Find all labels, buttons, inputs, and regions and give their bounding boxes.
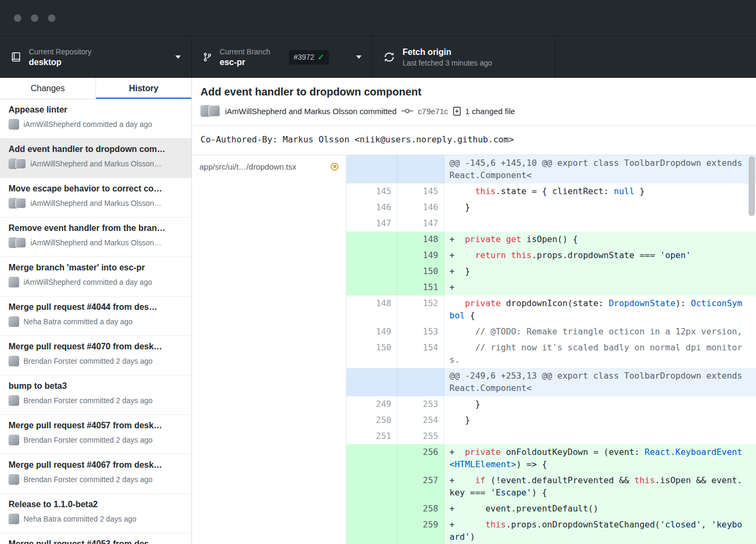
commit-list-item[interactable]: bump to beta3Brendan Forster committed 2… [0, 375, 191, 415]
commit-list-item[interactable]: Merge pull request #4053 from des… [0, 533, 191, 544]
diff-old-line-number: 148 [347, 295, 397, 324]
minimize-button[interactable] [31, 14, 38, 22]
repository-label: Current Repository [29, 47, 92, 56]
diff-row: 258+ event.preventDefault() [347, 501, 756, 517]
tab-changes[interactable]: Changes [0, 78, 96, 99]
commit-description: Co-Authored-By: Markus Olsson <niik@user… [192, 126, 756, 155]
diff-old-line-number: 150 [347, 340, 397, 368]
titlebar [0, 0, 756, 36]
diff-code-line: + if (!event.defaultPrevented && this.is… [444, 473, 756, 501]
diff-row: 251255 [347, 428, 756, 444]
repository-name: desktop [29, 58, 92, 67]
commit-meta: iAmWillShepherd and Markus Olsson commit… [200, 105, 747, 117]
diff-row: 250254 } [347, 412, 756, 428]
diff-new-line-number: 255 [397, 428, 444, 444]
content: Changes History Appease linteriAmWillShe… [0, 78, 756, 544]
diff-new-line-number: 256 [397, 444, 444, 473]
diff-code-line [444, 215, 756, 231]
avatar [200, 105, 220, 117]
commit-meta: Brendan Forster committed 2 days ago [23, 357, 152, 365]
diff-old-line-number: 145 [347, 183, 397, 199]
diff-code-line: + } [444, 263, 756, 279]
commit-meta: iAmWillShepherd and Markus Olsson… [30, 159, 162, 168]
diff-row: 257+ if (!event.defaultPrevented && this… [347, 473, 756, 501]
branch-selector[interactable]: Current Branch esc-pr #3972 ✓ [192, 36, 373, 78]
diff-old-line-number [347, 368, 397, 396]
branch-label: Current Branch [220, 47, 270, 56]
diff-new-line-number: 253 [397, 396, 444, 412]
diff-code-line: private dropdownIcon(state: DropdownStat… [444, 295, 756, 324]
scrollbar-thumb[interactable] [749, 156, 755, 216]
diff-old-line-number [347, 501, 397, 517]
diff-row: 150154 // right now it's scaled badly on… [347, 340, 756, 368]
tab-history[interactable]: History [96, 78, 191, 99]
commit-list-item[interactable]: Merge pull request #4044 from des…Neha B… [0, 297, 191, 336]
close-button[interactable] [14, 14, 21, 22]
diff-code-line: + [444, 279, 756, 295]
commit-title: bump to beta3 [9, 381, 183, 391]
commit-meta: Brendan Forster committed 2 days ago [23, 475, 152, 484]
diff-new-line-number: 150 [397, 263, 444, 279]
diff-new-line-number: 254 [397, 412, 444, 428]
diff-row: @@ -249,6 +253,13 @@ export class Toolba… [347, 368, 756, 396]
diff-old-line-number [347, 247, 397, 263]
file-path: app/src/ui/t…/dropdown.tsx [199, 162, 325, 171]
commit-list-item[interactable]: Release to 1.1.0-beta2Neha Batra committ… [0, 494, 191, 533]
diff-old-line-number: 149 [347, 324, 397, 340]
commit-list-item[interactable]: Merge pull request #4070 from desk…Brend… [0, 336, 191, 375]
commit-list-item[interactable]: Move escape behavior to correct co…iAmWi… [0, 178, 191, 218]
commit-list-item[interactable]: Appease linteriAmWillShepherd committed … [0, 99, 191, 139]
commit-list-item[interactable]: Merge pull request #4067 from desk…Brend… [0, 454, 191, 494]
commit-list-item[interactable]: Merge branch 'master' into esc-priAmWill… [0, 257, 191, 297]
diff-old-line-number: 250 [347, 412, 397, 428]
sidebar: Changes History Appease linteriAmWillShe… [0, 78, 192, 544]
diff-new-line-number: 151 [397, 279, 444, 295]
chevron-down-icon [356, 55, 361, 59]
diff-new-line-number: 146 [397, 199, 444, 215]
diff-new-line-number [397, 155, 444, 183]
diff-row: 147147 [347, 215, 756, 231]
commit-list-item[interactable]: Remove event handler from the bran…iAmWi… [0, 218, 191, 257]
diff-row: 249253 } [347, 396, 756, 412]
diff-code-line: + private onFoldoutKeyDown = (event: Rea… [444, 444, 756, 473]
diff-code-line: // right now it's scaled badly on normal… [444, 340, 756, 368]
diff-old-line-number [347, 517, 397, 544]
commit-sha: c79e71c [418, 107, 448, 116]
fetch-title: Fetch origin [403, 47, 492, 57]
diff-code-line: // @TODO: Remake triangle octicon in a 1… [444, 324, 756, 340]
avatar [9, 474, 19, 485]
commit-summary: Add event handler to dropdown component … [192, 78, 756, 126]
diff-old-line-number [347, 444, 397, 473]
file-list: app/src/ui/t…/dropdown.tsx [192, 155, 347, 544]
diff-row: @@ -145,6 +145,10 @@ export class Toolba… [347, 155, 756, 183]
diff-old-line-number [347, 473, 397, 501]
avatar [9, 356, 19, 366]
sidebar-tabs: Changes History [0, 78, 191, 99]
toolbar: Current Repository desktop Current Branc… [0, 36, 756, 78]
diff-old-line-number [347, 279, 397, 295]
fetch-origin-button[interactable]: Fetch origin Last fetched 3 minutes ago [373, 36, 555, 78]
commit-list-item[interactable]: Add event handler to dropdown com…iAmWil… [0, 139, 191, 178]
diff-old-line-number: 147 [347, 215, 397, 231]
file-list-item[interactable]: app/src/ui/t…/dropdown.tsx [192, 155, 346, 178]
commit-meta: iAmWillShepherd committed a day ago [23, 278, 152, 286]
changed-file-icon [453, 107, 461, 116]
diff-new-line-number: 149 [397, 247, 444, 263]
diff-code-line: } [444, 396, 756, 412]
zoom-button[interactable] [48, 14, 55, 22]
diff-new-line-number: 154 [397, 340, 444, 368]
diff-row: 150+ } [347, 263, 756, 279]
avatar [9, 435, 19, 445]
commit-authors: iAmWillShepherd and Markus Olsson commit… [225, 107, 397, 116]
diff-row: 146146 } [347, 199, 756, 215]
commit-list-item[interactable]: Merge pull request #4057 from desk…Brend… [0, 415, 191, 454]
diff-code-line: + return this.props.dropdownState === 'o… [444, 247, 756, 263]
avatar [9, 395, 19, 406]
diff-view: @@ -145,6 +145,10 @@ export class Toolba… [347, 155, 756, 544]
diff-new-line-number: 148 [397, 231, 444, 247]
diff-row: 256+ private onFoldoutKeyDown = (event: … [347, 444, 756, 473]
diff-hunk-header: @@ -145,6 +145,10 @@ export class Toolba… [444, 155, 756, 183]
repository-selector[interactable]: Current Repository desktop [0, 36, 192, 78]
avatar [9, 237, 26, 248]
diff-row: 148152 private dropdownIcon(state: Dropd… [347, 295, 756, 324]
